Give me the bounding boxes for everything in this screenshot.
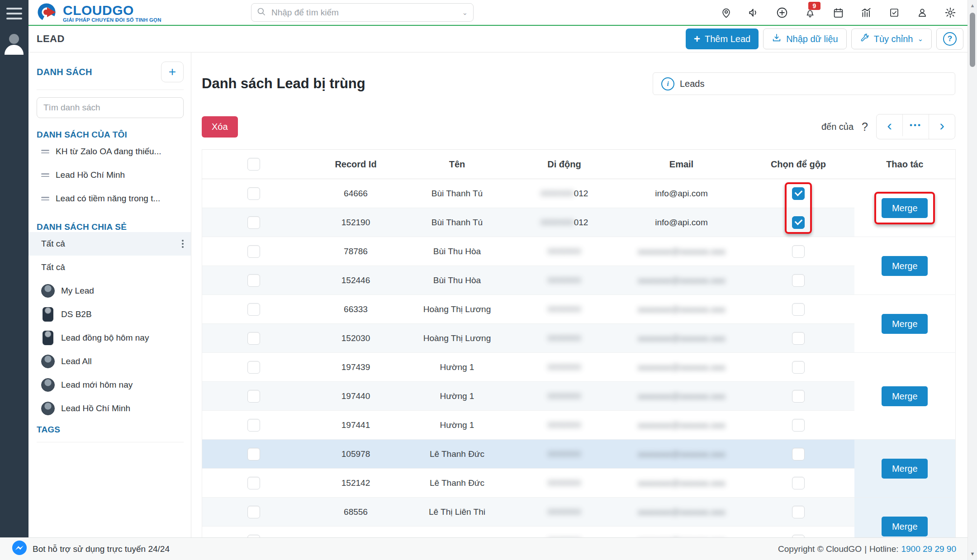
sidebar-item-shared[interactable]: DS B2B	[37, 303, 184, 326]
table-row: 64666 Bùi Thanh Tú 0000000012 info@api.c…	[202, 179, 956, 208]
megaphone-icon[interactable]	[742, 3, 766, 23]
more-pages-button[interactable]: •••	[902, 114, 929, 136]
vertical-scrollbar[interactable]: ▲ ▼	[968, 0, 977, 560]
merge-button[interactable]: Merge	[882, 459, 928, 479]
merge-button[interactable]: Merge	[882, 386, 928, 406]
sidebar-item-my-list[interactable]: Lead có tiềm năng trong t...	[37, 187, 184, 210]
duplicate-leads-table: Record Id Tên Di động Email Chọn để gộp …	[202, 149, 955, 537]
redacted-phone: 0000000	[548, 275, 581, 285]
lists-header: DANH SÁCH	[37, 67, 92, 77]
menu-icon[interactable]	[6, 8, 22, 23]
user-avatar-icon[interactable]	[4, 34, 24, 55]
row-select-checkbox[interactable]	[247, 506, 260, 518]
cell-email: aaaaaaa@aaaaaa.aaa	[621, 411, 743, 440]
redacted-phone: 0000000	[548, 304, 581, 314]
add-list-button[interactable]: +	[161, 62, 184, 82]
customize-button[interactable]: Tùy chỉnh ⌄	[851, 28, 932, 49]
row-select-checkbox[interactable]	[247, 361, 260, 374]
merge-select-checkbox[interactable]	[792, 477, 805, 489]
merge-button[interactable]: Merge	[882, 198, 928, 218]
table-row: 152142 Lê Thanh Đức 0000000 aaaaaaa@aaaa…	[202, 469, 956, 498]
cell-phone: 0000000	[508, 266, 621, 295]
sidebar-item-shared[interactable]: Lead Hồ Chí Minh	[37, 397, 184, 420]
cloudgo-logo[interactable]: CLOUDGO GIẢI PHÁP CHUYỂN ĐỔI SỐ TINH GỌN	[38, 2, 161, 24]
hotline-number[interactable]: 1900 29 29 90	[901, 544, 956, 554]
cell-phone: 0000000	[508, 527, 621, 538]
avatar	[41, 402, 55, 415]
redacted-email: aaaaaaa@aaaaaa.aaa	[638, 391, 726, 401]
merge-select-checkbox[interactable]	[792, 506, 805, 518]
sidebar-item-shared[interactable]: My Lead	[37, 279, 184, 303]
add-lead-button[interactable]: + Thêm Lead	[686, 28, 759, 49]
sidebar-item-my-list[interactable]: KH từ Zalo OA đang thiếu...	[37, 140, 184, 163]
merge-select-checkbox[interactable]	[792, 448, 805, 460]
merge-select-checkbox[interactable]	[792, 274, 805, 287]
module-info-box[interactable]: i Leads	[653, 72, 955, 95]
row-select-checkbox[interactable]	[247, 187, 260, 200]
row-select-checkbox[interactable]	[247, 274, 260, 287]
merge-select-checkbox[interactable]	[792, 361, 805, 374]
merge-select-checkbox[interactable]	[792, 390, 805, 403]
kebab-menu-icon[interactable]	[181, 238, 185, 249]
scroll-down-arrow-icon[interactable]: ▼	[968, 551, 977, 556]
merge-button[interactable]: Merge	[882, 256, 928, 276]
notifications-bell-icon[interactable]: 9	[798, 3, 822, 23]
settings-gear-icon[interactable]	[938, 3, 963, 23]
merge-select-checkbox[interactable]	[792, 303, 805, 316]
cell-name: Bùi Thanh Tú	[406, 179, 508, 208]
redacted-phone: 0000000	[548, 391, 581, 401]
table-row-highlighted: 105978 Lê Thanh Đức 0000000 aaaaaaa@aaaa…	[202, 440, 956, 469]
avatar	[41, 355, 55, 368]
scroll-up-arrow-icon[interactable]: ▲	[968, 3, 977, 8]
separator: |	[864, 544, 867, 554]
import-data-button[interactable]: Nhập dữ liệu	[763, 28, 847, 49]
cell-record-id: 152190	[306, 208, 406, 237]
redacted-email: aaaaaaa@aaaaaa.aaa	[638, 275, 726, 285]
merge-select-checkbox[interactable]	[792, 332, 805, 345]
merge-button[interactable]: Merge	[882, 314, 928, 334]
sidebar-item-shared[interactable]: Lead đồng bộ hôm nay	[37, 326, 184, 350]
calendar-icon[interactable]	[826, 3, 850, 23]
table-row: 78786 Bùi Thu Hòa 0000000 aaaaaaa@aaaaaa…	[202, 237, 956, 266]
prev-page-button[interactable]: ‹	[877, 114, 902, 139]
location-pin-icon[interactable]	[714, 3, 738, 23]
search-scope-chevron-icon[interactable]: ⌄	[462, 9, 468, 17]
tasks-checkbox-icon[interactable]	[882, 3, 906, 23]
merge-select-checkbox[interactable]	[792, 245, 805, 258]
add-circle-icon[interactable]	[770, 3, 794, 23]
row-select-checkbox[interactable]	[247, 216, 260, 229]
merge-select-checkbox[interactable]	[792, 187, 805, 200]
messenger-icon	[12, 540, 27, 558]
merge-select-checkbox[interactable]	[792, 419, 805, 432]
scrollbar-thumb[interactable]	[970, 13, 975, 67]
my-lists-header: DANH SÁCH CỦA TÔI	[37, 130, 184, 140]
row-select-checkbox[interactable]	[247, 419, 260, 432]
global-search-input[interactable]	[270, 7, 457, 18]
analytics-chart-icon[interactable]	[854, 3, 878, 23]
row-select-checkbox[interactable]	[247, 477, 260, 489]
row-select-checkbox[interactable]	[247, 332, 260, 345]
select-all-checkbox[interactable]	[247, 158, 260, 171]
cell-name: Lê Thị Liên Thi	[406, 527, 508, 538]
merge-select-checkbox[interactable]	[792, 216, 805, 229]
avatar	[41, 378, 55, 392]
merge-button[interactable]: Merge	[882, 517, 928, 536]
row-select-checkbox[interactable]	[247, 303, 260, 316]
sidebar-item-shared[interactable]: Lead All	[37, 350, 184, 373]
delete-button[interactable]: Xóa	[202, 116, 238, 138]
list-search-input[interactable]	[37, 97, 184, 118]
row-select-checkbox[interactable]	[247, 448, 260, 460]
row-select-checkbox[interactable]	[247, 390, 260, 403]
help-button[interactable]: ?	[936, 28, 963, 50]
redacted-email: aaaaaaa@aaaaaa.aaa	[638, 449, 726, 459]
cell-record-id: 68556	[306, 498, 406, 527]
cell-name: Hường 1	[406, 411, 508, 440]
next-page-button[interactable]: ›	[929, 114, 955, 139]
row-select-checkbox[interactable]	[247, 245, 260, 258]
sidebar-item-my-list[interactable]: Lead Hồ Chí Minh	[37, 163, 184, 187]
sidebar-item-shared[interactable]: Tất cả	[37, 256, 184, 279]
sidebar-item-shared[interactable]: Lead mới hôm nay	[37, 373, 184, 397]
sidebar-item-shared-selected[interactable]: Tất cả	[28, 232, 191, 256]
profile-icon[interactable]	[910, 3, 934, 23]
support-bot-link[interactable]: Bot hỗ trợ sử dụng trực tuyến 24/24	[12, 540, 170, 558]
